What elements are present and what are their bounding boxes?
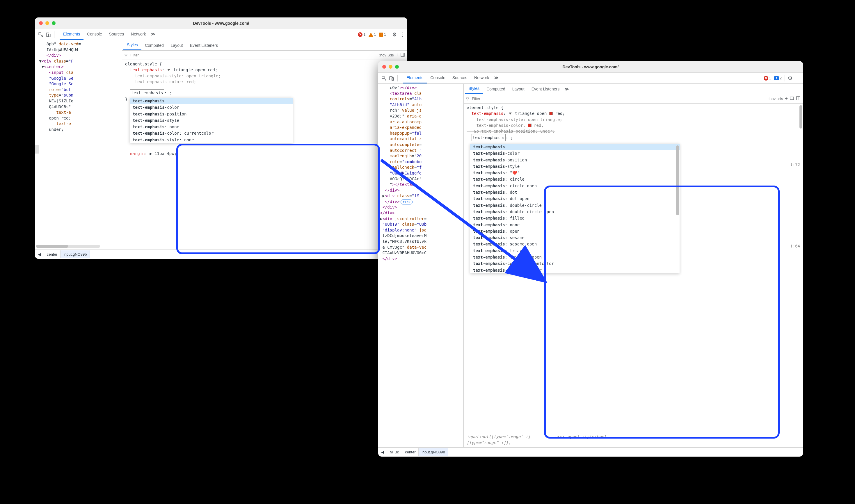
styles-body[interactable]: element.style { text-emphasis: triangle …: [464, 104, 803, 447]
ac-item[interactable]: text-emphasis: circle: [470, 176, 680, 182]
dom-line[interactable]: haspopup="fal: [380, 130, 462, 137]
ac-item[interactable]: text-emphasis: triangle: [470, 248, 680, 254]
dom-line[interactable]: "></textar: [380, 182, 462, 187]
subtab-event-listeners[interactable]: Event Listeners: [186, 41, 222, 50]
filter-input[interactable]: [471, 95, 767, 102]
ac-item[interactable]: text-emphasis-style: [470, 163, 680, 169]
input-line[interactable]: text-emphasis: ;: [125, 89, 404, 96]
more-tabs[interactable]: ≫: [149, 29, 157, 40]
cls-toggle[interactable]: .cls: [777, 96, 783, 101]
input-line[interactable]: text-emphasis: ;: [467, 134, 800, 141]
more-tabs[interactable]: ≫: [493, 73, 500, 84]
dom-line[interactable]: </div>flex: [380, 199, 462, 205]
ac-item[interactable]: text-emphasis: "❤️": [470, 169, 680, 176]
dom-line[interactable]: 8pb" data-ved=: [37, 41, 120, 47]
tab-console[interactable]: Console: [84, 29, 105, 40]
source-link[interactable]: ):64: [790, 243, 800, 249]
tab-network[interactable]: Network: [471, 73, 493, 84]
rule-line[interactable]: text-emphasis-color: red;: [125, 79, 404, 85]
dom-line[interactable]: "0ahUKEwiggfe: [380, 170, 462, 176]
dom-line[interactable]: under;: [37, 127, 120, 132]
rule-line[interactable]: text-emphasis-style: open triangle;: [467, 116, 800, 123]
dom-line[interactable]: "Google Se: [37, 76, 120, 82]
dom-line[interactable]: <textarea cla: [380, 91, 462, 96]
ac-item[interactable]: text-emphasis: dot: [470, 189, 680, 195]
toggle-panel-icon[interactable]: [400, 52, 405, 58]
ac-item[interactable]: text-emphasis-color: [470, 150, 680, 157]
dom-line[interactable]: aria-expanded: [380, 125, 462, 130]
dom-line[interactable]: tzDCd;mouseleave:M: [380, 233, 462, 239]
gear-icon[interactable]: ⚙: [788, 75, 792, 82]
ac-item[interactable]: text-emphasis-style: [130, 117, 293, 124]
rule-line[interactable]: text-emphasis: triangle open red;: [125, 67, 404, 73]
dom-line[interactable]: </div>: [380, 256, 462, 262]
dom-line[interactable]: maxlength="20: [380, 153, 462, 159]
margin-line[interactable]: margin: ▶ 11px 4px;: [125, 151, 177, 157]
tab-sources[interactable]: Sources: [449, 73, 471, 84]
autocomplete-popup[interactable]: text-emphasis text-emphasis-color text-e…: [130, 98, 293, 143]
dom-line[interactable]: </div>: [380, 187, 462, 193]
error-badge[interactable]: ✕1: [358, 32, 366, 37]
dom-line[interactable]: role="but: [37, 87, 120, 93]
dom-line[interactable]: aria-autocomp: [380, 119, 462, 125]
dom-line[interactable]: spellcheck="f: [380, 165, 462, 170]
dom-line[interactable]: "display:none" jsa: [380, 228, 462, 233]
dom-line[interactable]: </div>: [380, 210, 462, 216]
dom-line[interactable]: "Google Se: [37, 81, 120, 87]
rule-line[interactable]: &p;text-emphasis-position: under;: [467, 128, 800, 134]
ac-item[interactable]: text-emphasis: filled: [470, 215, 680, 221]
dom-line[interactable]: CIAxUzV0EAHU0VOGcC: [380, 250, 462, 256]
styles-body[interactable]: element.style { text-emphasis: triangle …: [122, 60, 407, 250]
property-input[interactable]: text-emphasis: [471, 134, 506, 141]
minimize-icon[interactable]: [46, 21, 49, 25]
subtab-layout[interactable]: Layout: [167, 41, 186, 50]
ac-item[interactable]: text-emphasis-style: none: [130, 137, 293, 143]
dom-line[interactable]: </div>: [37, 53, 120, 58]
rule-line[interactable]: text-emphasis: triangle open red;: [467, 110, 800, 116]
filter-input[interactable]: [129, 52, 377, 58]
crumb[interactable]: input.gNO89b: [60, 250, 90, 258]
error-badge[interactable]: ✕1: [764, 76, 771, 80]
source-link[interactable]: ):72: [790, 162, 800, 167]
dom-line[interactable]: ▼<div class="F: [37, 58, 120, 64]
scrollbar-vertical[interactable]: [799, 105, 802, 128]
ac-item[interactable]: text-emphasis: [130, 98, 293, 104]
minimize-icon[interactable]: [389, 65, 392, 69]
crumb[interactable]: 9FBc: [387, 448, 402, 456]
subtab-styles[interactable]: Styles: [465, 84, 483, 94]
dom-line[interactable]: VOGcQ39UDCAc": [380, 176, 462, 182]
computed-panel-icon[interactable]: [789, 96, 794, 102]
add-rule-icon[interactable]: +: [785, 96, 788, 102]
ac-item[interactable]: text-emphasis: none: [470, 222, 680, 228]
dom-tree[interactable]: 8pb" data-ved= IAxUqWUEAHQU4 </div> ▼<di…: [35, 40, 122, 250]
dom-line[interactable]: autocorrect=": [380, 148, 462, 154]
ac-item[interactable]: text-emphasis: double-circle: [470, 202, 680, 209]
dom-line[interactable]: le;YMFC3:VKssTb;vk: [380, 239, 462, 245]
close-icon[interactable]: [382, 65, 386, 69]
ac-item[interactable]: text-emphasis: sesame open: [470, 241, 680, 247]
subtab-event-listeners[interactable]: Event Listeners: [528, 84, 563, 94]
breadcrumb[interactable]: ◀ 9FBc center input.gNO89b: [378, 447, 803, 456]
dom-line[interactable]: ▶<div class="fM: [380, 193, 462, 199]
dom-line[interactable]: e:CmVOgc" data-vec: [380, 245, 462, 250]
tab-sources[interactable]: Sources: [106, 29, 127, 40]
ac-item[interactable]: text-emphasis-color: currentcolor: [130, 130, 293, 137]
more-icon[interactable]: ⋮: [400, 31, 405, 38]
dom-line[interactable]: Q4dUDCBs": [37, 104, 120, 110]
subtab-styles[interactable]: Styles: [123, 40, 141, 50]
subtab-computed[interactable]: Computed: [141, 41, 167, 50]
inspect-icon[interactable]: [37, 31, 44, 38]
dom-tree[interactable]: cQv"></div> <textarea cla controls="Alh …: [378, 84, 464, 447]
zoom-icon[interactable]: [395, 65, 399, 69]
crumb[interactable]: input.gNO89b: [418, 448, 448, 456]
dom-line[interactable]: ▶<div jscontroller=: [380, 216, 462, 222]
breadcrumb[interactable]: ◀ center input.gNO89b: [35, 250, 407, 259]
dom-line[interactable]: type="subm: [37, 92, 120, 98]
dom-line[interactable]: y29d;" aria-a: [380, 113, 462, 119]
dom-line[interactable]: autocapitaliz: [380, 136, 462, 142]
rule-line[interactable]: text-emphasis-color: red;: [467, 123, 800, 128]
device-icon[interactable]: [388, 75, 395, 82]
ac-item[interactable]: text-emphasis: sesame: [470, 234, 680, 241]
more-icon[interactable]: ⋮: [795, 75, 801, 82]
tab-console[interactable]: Console: [427, 73, 449, 84]
